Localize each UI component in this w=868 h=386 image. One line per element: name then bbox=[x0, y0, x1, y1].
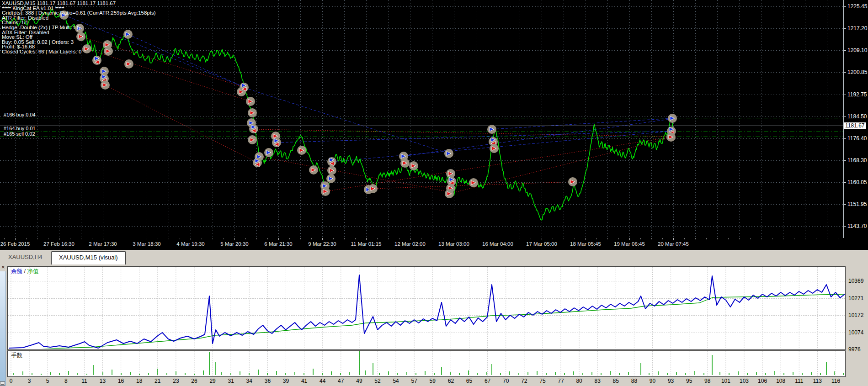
time-axis-minor-tick bbox=[4, 238, 5, 239]
trade-marker bbox=[101, 80, 110, 90]
price-axis-tick bbox=[844, 50, 846, 51]
balance-equity-chart[interactable]: 余额 / 净值 bbox=[7, 266, 846, 350]
price-axis-label: 1200.85 bbox=[847, 69, 867, 75]
time-axis-minor-tick bbox=[531, 238, 531, 239]
price-axis-tick bbox=[844, 116, 846, 117]
time-axis-minor-tick bbox=[344, 238, 345, 239]
time-axis-minor-tick bbox=[761, 238, 761, 239]
time-axis-minor-tick bbox=[838, 238, 838, 239]
price-axis-tick bbox=[844, 160, 846, 161]
price-axis-label: 1160.05 bbox=[847, 179, 867, 185]
price-axis-label: 1217.20 bbox=[847, 25, 867, 32]
time-axis-minor-tick bbox=[607, 238, 608, 239]
time-axis-minor-tick bbox=[739, 238, 740, 239]
trade-number-label: 93 bbox=[663, 378, 679, 384]
time-axis-minor-tick bbox=[355, 238, 356, 239]
time-axis-minor-tick bbox=[596, 238, 597, 239]
ea-info-overlay: XAUUSD,M15 1181.17 1181.67 1181.17 1181.… bbox=[2, 1, 156, 54]
tab-xauusd-m15-visual[interactable]: XAUUSD,M15 (visual) bbox=[51, 251, 126, 264]
trade-number-label: 23 bbox=[168, 378, 184, 384]
time-axis-label: 11 Mar 01:15 bbox=[351, 241, 382, 247]
time-axis-minor-tick bbox=[169, 238, 169, 239]
time-axis-minor-tick bbox=[783, 238, 783, 239]
time-axis-minor-tick bbox=[684, 238, 685, 239]
balance-axis-label: 9976 bbox=[848, 346, 861, 353]
time-axis-minor-tick bbox=[37, 238, 37, 239]
legend-balance-label: 余额 bbox=[11, 268, 22, 275]
time-axis-minor-tick bbox=[202, 238, 202, 239]
time-axis-tick bbox=[15, 238, 16, 240]
trade-number-label: 36 bbox=[260, 378, 275, 384]
time-axis-label: 2 Mar 17:30 bbox=[89, 241, 117, 247]
trade-number-label: 8 bbox=[58, 378, 74, 384]
price-axis[interactable]: 1225.451217.201209.101200.851192.751184.… bbox=[844, 0, 868, 238]
legend-equity-label: 净值 bbox=[27, 268, 38, 275]
price-axis-tick bbox=[844, 226, 846, 227]
price-axis-label: 1225.45 bbox=[847, 3, 867, 10]
time-axis-minor-tick bbox=[388, 238, 389, 239]
time-axis-tick bbox=[673, 238, 674, 240]
trade-number-label: 90 bbox=[645, 378, 660, 384]
time-axis-minor-tick bbox=[816, 238, 816, 239]
time-axis-minor-tick bbox=[465, 238, 465, 239]
time-axis-tick bbox=[234, 238, 235, 240]
time-axis-minor-tick bbox=[48, 238, 48, 239]
time-axis-minor-tick bbox=[772, 238, 772, 239]
ea-overlay-line: XAUUSD,M15 1181.17 1181.67 1181.17 1181.… bbox=[2, 1, 156, 6]
time-axis-label: 18 Mar 05:45 bbox=[570, 241, 601, 247]
time-axis-label: 6 Mar 21:30 bbox=[264, 241, 292, 247]
trade-marker bbox=[327, 166, 336, 175]
time-axis-tick bbox=[103, 238, 103, 240]
time-axis-minor-tick bbox=[651, 238, 652, 239]
trade-marker bbox=[272, 138, 281, 147]
time-axis-label: 19 Mar 06:45 bbox=[614, 241, 645, 247]
lots-chart[interactable]: 手数 bbox=[7, 350, 846, 377]
time-axis-minor-tick bbox=[213, 238, 213, 239]
balance-grid bbox=[8, 267, 845, 349]
time-axis-minor-tick bbox=[92, 238, 92, 239]
close-icon[interactable]: × bbox=[1, 264, 5, 270]
time-axis-minor-tick bbox=[717, 238, 718, 239]
trade-number-label: 101 bbox=[718, 378, 734, 384]
partial-toolbar-icon bbox=[0, 381, 5, 386]
lots-chart-canvas bbox=[8, 351, 845, 375]
trade-number-label: 70 bbox=[498, 378, 514, 384]
order-label: #164 buy 0.01 bbox=[4, 126, 36, 131]
time-axis[interactable]: 26 Feb 201527 Feb 16:302 Mar 17:303 Mar … bbox=[0, 238, 868, 250]
trade-number-label: 54 bbox=[388, 378, 404, 384]
trade-number-label: 108 bbox=[773, 378, 788, 384]
price-axis-tick bbox=[844, 72, 846, 73]
price-chart-panel[interactable]: XAUUSD,M15 1181.17 1181.67 1181.17 1181.… bbox=[0, 0, 868, 250]
lots-label: 手数 bbox=[11, 352, 22, 360]
time-axis-minor-tick bbox=[245, 238, 246, 239]
balance-axis-label: 10369 bbox=[848, 278, 863, 284]
trade-number-label: 44 bbox=[315, 378, 330, 384]
trade-marker bbox=[327, 157, 336, 166]
price-axis-tick bbox=[844, 6, 846, 7]
balance-axis-label: 10074 bbox=[848, 329, 863, 336]
time-axis-tick bbox=[278, 238, 279, 240]
trade-marker bbox=[248, 135, 257, 144]
time-axis-label: 9 Mar 22:30 bbox=[308, 241, 336, 247]
trade-number-label: 75 bbox=[535, 378, 550, 384]
trade-marker bbox=[668, 114, 677, 123]
time-axis-minor-tick bbox=[794, 238, 794, 239]
time-axis-tick bbox=[454, 238, 454, 240]
balance-legend: 余额 / 净值 bbox=[11, 268, 38, 275]
tab-xauusd-h4[interactable]: XAUUSD,H4 bbox=[8, 250, 42, 264]
time-axis-label: 17 Mar 05:00 bbox=[526, 241, 557, 247]
time-axis-minor-tick bbox=[553, 238, 553, 239]
time-axis-tick bbox=[498, 238, 498, 240]
trade-number-label: 103 bbox=[736, 378, 752, 384]
trade-number-label: 80 bbox=[571, 378, 587, 384]
trade-number-label: 26 bbox=[186, 378, 202, 384]
trade-marker bbox=[444, 149, 453, 158]
trade-number-label: 62 bbox=[443, 378, 458, 384]
trade-marker bbox=[409, 161, 418, 170]
time-axis-minor-tick bbox=[267, 238, 268, 239]
time-axis-minor-tick bbox=[618, 238, 619, 239]
time-axis-minor-tick bbox=[136, 238, 136, 239]
price-axis-tick bbox=[844, 204, 846, 205]
time-axis-minor-tick bbox=[333, 238, 334, 239]
trade-number-label: 18 bbox=[132, 378, 147, 384]
